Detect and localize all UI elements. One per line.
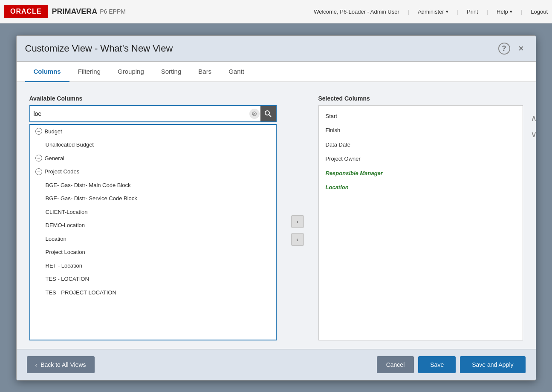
modal-header: Customize View - What's New View ? ×: [17, 36, 536, 62]
modal-header-icons: ? ×: [498, 43, 527, 55]
middle-arrows: › ‹: [285, 121, 310, 340]
list-item[interactable]: TES - LOCATION: [30, 272, 276, 286]
administer-menu[interactable]: Administer: [418, 9, 448, 15]
move-right-button[interactable]: ›: [291, 215, 304, 228]
selected-columns-list[interactable]: Start Finish Data Date Project Owner Res…: [318, 105, 523, 340]
list-item[interactable]: Location: [319, 180, 523, 195]
welcome-text: Welcome, P6-Loader - Admin User: [314, 9, 399, 15]
search-bar: ⊗: [29, 105, 277, 122]
back-button-label: Back to All Views: [40, 361, 86, 368]
left-panel: Available Columns ⊗: [29, 95, 277, 340]
list-item[interactable]: − General: [30, 152, 276, 165]
tab-sorting[interactable]: Sorting: [153, 62, 190, 82]
page-background: Customize View - What's New View ? × Col…: [0, 23, 552, 392]
group-label: Budget: [45, 127, 62, 136]
help-button[interactable]: ?: [498, 43, 510, 55]
collapse-icon[interactable]: −: [35, 168, 42, 175]
move-left-button[interactable]: ‹: [291, 233, 304, 246]
search-input[interactable]: [30, 108, 249, 120]
back-to-all-views-button[interactable]: ‹ Back to All Views: [27, 356, 95, 373]
svg-line-1: [269, 115, 271, 117]
nav-sep4: |: [521, 9, 522, 15]
tab-filtering[interactable]: Filtering: [69, 62, 109, 82]
search-clear-icon[interactable]: ⊗: [249, 109, 260, 119]
close-button[interactable]: ×: [515, 43, 527, 55]
logout-link[interactable]: Logout: [531, 9, 548, 15]
search-button[interactable]: [260, 106, 276, 121]
list-item[interactable]: Project Location: [30, 245, 276, 259]
save-and-apply-button[interactable]: Save and Apply: [460, 356, 525, 373]
list-item[interactable]: − Project Codes: [30, 165, 276, 179]
tab-grouping[interactable]: Grouping: [109, 62, 153, 82]
svg-point-0: [265, 111, 269, 115]
list-item[interactable]: Data Date: [319, 138, 523, 152]
move-up-button[interactable]: ∧: [528, 112, 540, 124]
modal-footer: ‹ Back to All Views Cancel Save Save and…: [17, 349, 536, 380]
list-item[interactable]: Location: [30, 232, 276, 246]
save-button[interactable]: Save: [418, 356, 456, 373]
help-menu[interactable]: Help: [497, 9, 512, 15]
list-item[interactable]: Responsible Manager: [319, 166, 523, 181]
back-chevron-icon: ‹: [35, 361, 38, 368]
tab-gantt[interactable]: Gantt: [220, 62, 253, 82]
group-label: General: [45, 154, 64, 163]
modal-body: Available Columns ⊗: [17, 82, 536, 349]
list-item[interactable]: − Budget: [30, 125, 276, 138]
product-title: P6 EPPM: [100, 8, 126, 15]
list-item[interactable]: TES - PROJECT LOCATION: [30, 286, 276, 300]
list-item[interactable]: Unallocated Budget: [30, 138, 276, 152]
list-item[interactable]: Finish: [319, 123, 523, 138]
tabs-bar: Columns Filtering Grouping Sorting Bars …: [17, 62, 536, 82]
print-link[interactable]: Print: [467, 9, 478, 15]
available-columns-label: Available Columns: [29, 95, 277, 102]
navbar: ORACLE PRIMAVERA P6 EPPM Welcome, P6-Loa…: [0, 0, 552, 23]
nav-links: Welcome, P6-Loader - Admin User | Admini…: [314, 9, 548, 15]
group-label: Project Codes: [45, 167, 80, 176]
list-item[interactable]: Project Owner: [319, 152, 523, 166]
primavera-title: PRIMAVERA: [52, 7, 98, 16]
collapse-icon[interactable]: −: [35, 155, 42, 161]
nav-sep2: |: [457, 9, 458, 15]
columns-section: Available Columns ⊗: [29, 95, 523, 340]
customize-view-modal: Customize View - What's New View ? × Col…: [16, 35, 536, 380]
list-item[interactable]: BGE- Gas- Distr- Main Code Block: [30, 179, 276, 192]
list-item[interactable]: RET - Location: [30, 259, 276, 273]
list-item[interactable]: CLIENT-Location: [30, 205, 276, 219]
right-panel: Selected Columns Start Finish Data Date …: [318, 95, 523, 340]
nav-sep3: |: [487, 9, 488, 15]
tab-bars[interactable]: Bars: [190, 62, 220, 82]
footer-right-buttons: Cancel Save Save and Apply: [377, 356, 526, 373]
list-item[interactable]: Start: [319, 109, 523, 124]
collapse-icon[interactable]: −: [35, 128, 42, 135]
move-down-button[interactable]: ∨: [528, 128, 540, 140]
nav-sep1: |: [408, 9, 409, 15]
modal-title: Customize View - What's New View: [25, 43, 173, 54]
list-item[interactable]: DEMO-Location: [30, 219, 276, 232]
list-item[interactable]: BGE- Gas- Distr- Service Code Block: [30, 192, 276, 205]
tab-columns[interactable]: Columns: [25, 62, 69, 82]
reorder-arrows: ∧ ∨: [528, 112, 540, 140]
cancel-button[interactable]: Cancel: [377, 356, 414, 373]
oracle-logo: ORACLE: [4, 5, 48, 18]
available-columns-list[interactable]: − Budget Unallocated Budget − General −: [29, 124, 277, 340]
selected-columns-label: Selected Columns: [318, 95, 523, 102]
